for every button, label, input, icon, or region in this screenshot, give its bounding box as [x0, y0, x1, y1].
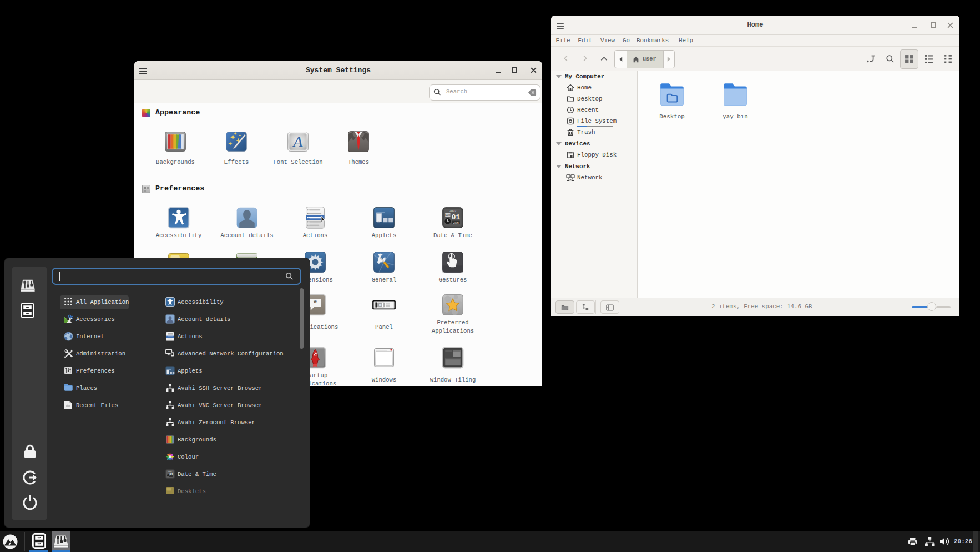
- svg-text:01: 01: [452, 213, 461, 222]
- svg-text:*: *: [313, 299, 318, 308]
- svg-text:A: A: [292, 133, 303, 150]
- svg-text:Sun: Sun: [445, 214, 450, 217]
- svg-text:JAN: JAN: [453, 221, 459, 225]
